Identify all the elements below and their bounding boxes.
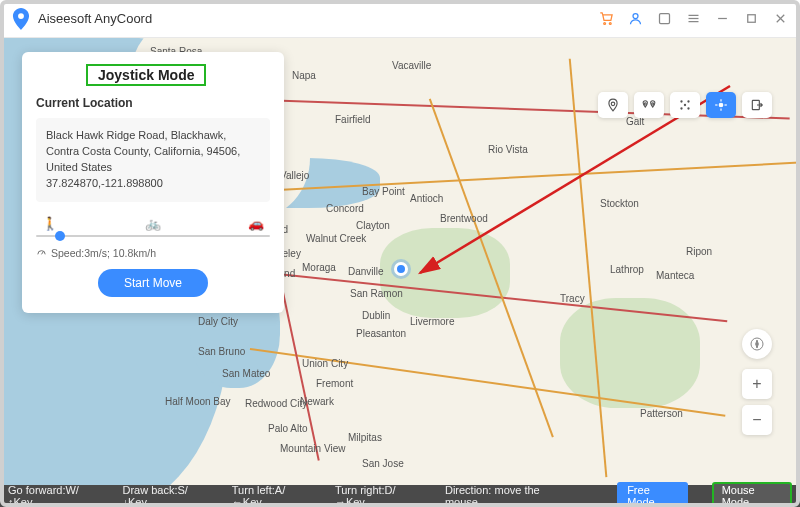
zoom-out-button[interactable]: − [742,405,772,435]
svg-point-15 [680,100,682,102]
mouse-mode-button[interactable]: Mouse Mode [712,482,792,507]
current-location-label: Current Location [36,96,270,110]
compass-button[interactable] [742,329,772,359]
svg-point-2 [633,14,638,19]
map-toolbar [598,92,772,118]
address-text: Black Hawk Ridge Road, Blackhawk, Contra… [46,128,260,176]
app-logo-icon [12,8,30,30]
cart-icon[interactable] [599,11,614,26]
joystick-mode-button[interactable] [706,92,736,118]
speed-value: Speed:3m/s; 10.8km/h [51,247,156,259]
hint-direction: Direction: move the mouse [445,484,569,507]
speed-slider[interactable] [36,235,270,237]
svg-point-1 [609,23,611,25]
multi-point-mode-button[interactable] [670,92,700,118]
zoom-controls: + − [742,329,772,435]
svg-point-0 [604,23,606,25]
svg-point-13 [644,103,646,105]
maximize-button[interactable] [744,11,759,26]
svg-point-14 [652,103,654,105]
current-location-marker[interactable] [394,262,408,276]
hint-left: Turn left:A/←Key [232,484,311,507]
control-panel: Joystick Mode Current Location Black Haw… [22,52,284,313]
svg-point-19 [684,104,686,106]
mode-title: Joystick Mode [86,64,206,86]
export-button[interactable] [742,92,772,118]
minimize-button[interactable] [715,11,730,26]
menu-icon[interactable] [686,11,701,26]
svg-point-17 [680,107,682,109]
close-button[interactable] [773,11,788,26]
hint-forward: Go forward:W/↑Key [8,484,99,507]
bottom-bar: Go forward:W/↑Key Draw back:S/↓Key Turn … [0,485,800,507]
svg-point-18 [687,107,689,109]
car-icon[interactable]: 🚗 [248,216,264,231]
svg-rect-8 [748,15,756,23]
free-mode-button[interactable]: Free Mode [617,482,688,507]
bike-icon[interactable]: 🚲 [145,216,161,231]
svg-rect-3 [660,14,670,24]
user-icon[interactable] [628,11,643,26]
zoom-in-button[interactable]: + [742,369,772,399]
start-move-button[interactable]: Start Move [98,269,208,297]
hint-back: Draw back:S/↓Key [123,484,208,507]
svg-line-27 [42,252,44,255]
app-title: Aiseesoft AnyCoord [38,11,152,26]
svg-point-20 [719,103,723,107]
svg-point-12 [611,102,615,106]
address-display: Black Hawk Ridge Road, Blackhawk, Contra… [36,118,270,202]
speedometer-icon [36,247,47,258]
two-point-mode-button[interactable] [634,92,664,118]
single-point-mode-button[interactable] [598,92,628,118]
window-icon[interactable] [657,11,672,26]
titlebar: Aiseesoft AnyCoord [0,0,800,38]
walk-icon[interactable]: 🚶 [42,216,58,231]
hint-right: Turn right:D/→Key [335,484,421,507]
svg-point-16 [687,100,689,102]
speed-slider-thumb[interactable] [55,231,65,241]
coords-text: 37.824870,-121.898800 [46,176,260,192]
